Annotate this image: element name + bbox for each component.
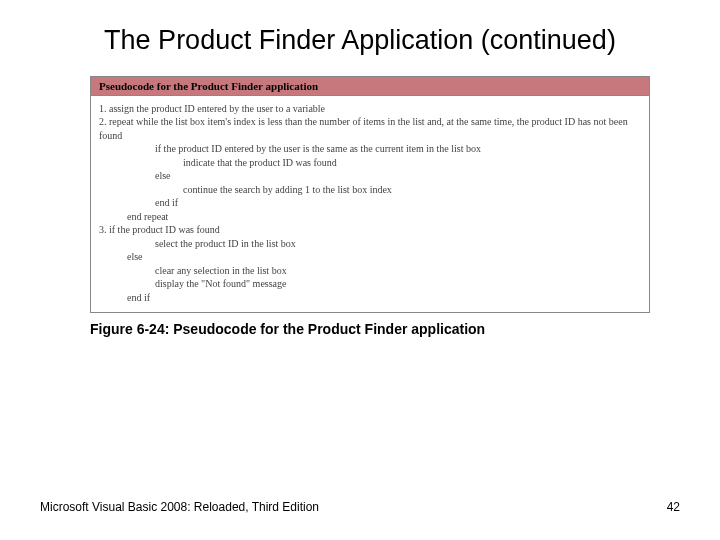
pseudocode-line: if the product ID entered by the user is… bbox=[155, 142, 641, 156]
pseudocode-line: else bbox=[127, 250, 641, 264]
figure-header: Pseudocode for the Product Finder applic… bbox=[91, 77, 649, 96]
figure-caption: Figure 6-24: Pseudocode for the Product … bbox=[90, 321, 680, 337]
page-title: The Product Finder Application (continue… bbox=[40, 24, 680, 58]
pseudocode-line: 3. if the product ID was found bbox=[99, 223, 641, 237]
pseudocode-figure: Pseudocode for the Product Finder applic… bbox=[90, 76, 650, 314]
pseudocode-line: select the product ID in the list box bbox=[155, 237, 641, 251]
pseudocode-line: 2. repeat while the list box item's inde… bbox=[99, 115, 641, 142]
pseudocode-line: 1. assign the product ID entered by the … bbox=[99, 102, 641, 116]
pseudocode-line: else bbox=[155, 169, 641, 183]
pseudocode-line: clear any selection in the list box bbox=[155, 264, 641, 278]
pseudocode-line: end repeat bbox=[127, 210, 641, 224]
slide: The Product Finder Application (continue… bbox=[0, 0, 720, 540]
figure-body: 1. assign the product ID entered by the … bbox=[91, 96, 649, 313]
pseudocode-line: end if bbox=[127, 291, 641, 305]
pseudocode-line: indicate that the product ID was found bbox=[183, 156, 641, 170]
pseudocode-line: display the "Not found" message bbox=[155, 277, 641, 291]
page-number: 42 bbox=[667, 500, 680, 514]
footer-text: Microsoft Visual Basic 2008: Reloaded, T… bbox=[40, 500, 319, 514]
pseudocode-line: end if bbox=[155, 196, 641, 210]
pseudocode-line: continue the search by adding 1 to the l… bbox=[183, 183, 641, 197]
